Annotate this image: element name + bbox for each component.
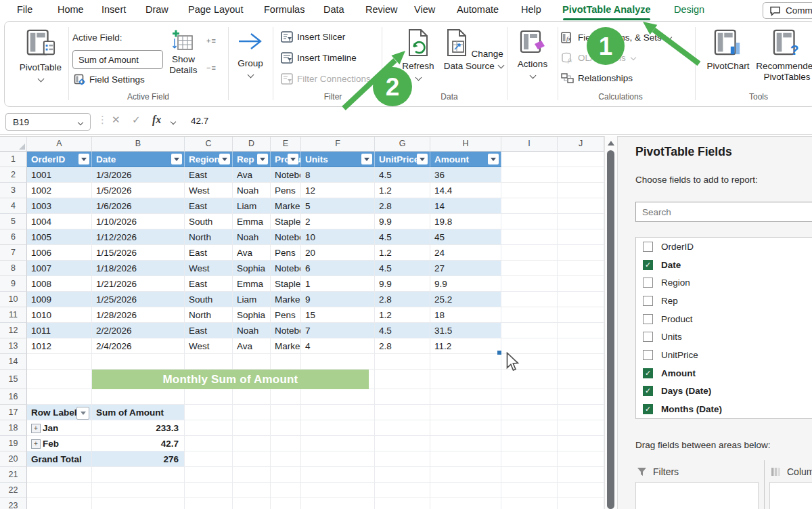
table-cell[interactable]: 2/4/2026 (92, 338, 185, 354)
enter-icon[interactable]: ✓ (132, 114, 141, 126)
table-cell[interactable]: 1004 (27, 214, 92, 229)
checkbox-unchecked-icon[interactable] (643, 332, 653, 342)
filter-dropdown-button[interactable] (288, 154, 298, 164)
cell[interactable] (27, 467, 92, 483)
row-header-23[interactable]: 23 (0, 498, 27, 509)
cell[interactable] (558, 245, 604, 261)
expand-collapse-icon[interactable]: + (31, 424, 41, 433)
table-cell[interactable]: Pens (271, 307, 301, 323)
cell[interactable] (375, 420, 430, 436)
cell[interactable] (558, 276, 604, 292)
table-column-header[interactable]: UnitPrice (375, 152, 430, 167)
table-cell[interactable]: 1/10/2026 (92, 214, 185, 229)
row-header-8[interactable]: 8 (0, 261, 27, 276)
cell[interactable] (375, 483, 430, 498)
table-cell[interactable]: 20 (301, 245, 375, 261)
table-cell[interactable]: 1011 (27, 323, 92, 338)
table-cell[interactable]: 2 (301, 214, 375, 229)
cell[interactable] (375, 405, 430, 420)
table-column-header[interactable]: Amount (430, 152, 501, 167)
checkbox-checked-icon[interactable]: ✓ (643, 368, 653, 378)
cell[interactable] (558, 498, 604, 509)
column-header-e[interactable]: E (271, 137, 301, 152)
row-header-3[interactable]: 3 (0, 183, 27, 198)
checkbox-unchecked-icon[interactable] (643, 242, 653, 252)
cell[interactable] (501, 338, 558, 354)
menu-tab-automate[interactable]: Automate (457, 4, 499, 16)
table-cell[interactable]: West (185, 338, 233, 354)
cell[interactable] (501, 261, 558, 276)
change-data-source-button[interactable]: Change Data Source (443, 28, 505, 72)
menu-tab-formulas[interactable]: Formulas (264, 4, 304, 16)
cell[interactable] (301, 498, 375, 509)
cell[interactable] (430, 498, 501, 509)
row-header-22[interactable]: 22 (0, 483, 27, 498)
pivot-filter-button[interactable] (76, 407, 89, 420)
cell[interactable] (271, 483, 301, 498)
table-cell[interactable]: 1.2 (375, 183, 430, 198)
table-cell[interactable]: Stapler (271, 276, 301, 292)
cell[interactable] (558, 420, 604, 436)
cell[interactable] (233, 436, 271, 451)
cell[interactable] (271, 420, 301, 436)
table-cell[interactable]: Noah (233, 229, 271, 245)
table-cell[interactable]: 1.2 (375, 307, 430, 323)
cell[interactable] (501, 354, 558, 370)
row-header-19[interactable]: 19 (0, 436, 27, 451)
cell[interactable] (501, 389, 558, 405)
cell[interactable] (92, 483, 185, 498)
field-item-orderid[interactable]: OrderID (636, 238, 812, 256)
table-cell[interactable]: Markers (271, 338, 301, 354)
cell[interactable] (430, 370, 501, 389)
table-cell[interactable]: 1012 (27, 338, 92, 354)
table-cell[interactable]: 14 (430, 198, 501, 214)
table-cell[interactable]: 36 (430, 167, 501, 183)
cell[interactable] (501, 436, 558, 451)
table-cell[interactable]: 10 (301, 229, 375, 245)
checkbox-unchecked-icon[interactable] (643, 296, 653, 306)
menu-tab-draw[interactable]: Draw (145, 4, 168, 16)
formula-input[interactable]: 42.7 (191, 116, 208, 126)
comments-button[interactable]: Comments (763, 2, 812, 19)
row-header-1[interactable]: 1 (0, 152, 27, 167)
table-column-header[interactable]: Date (92, 152, 185, 167)
table-cell[interactable]: Notebook (271, 167, 301, 183)
filter-dropdown-button[interactable] (488, 154, 499, 164)
table-cell[interactable]: 9.9 (430, 276, 501, 292)
cell[interactable] (27, 483, 92, 498)
filter-dropdown-button[interactable] (257, 154, 268, 164)
cell[interactable] (233, 405, 271, 420)
cell[interactable] (233, 467, 271, 483)
cell[interactable] (558, 152, 604, 167)
pivot-values-header[interactable]: Sum of Amount (92, 405, 185, 420)
table-cell[interactable]: Ava (233, 167, 271, 183)
cell[interactable] (271, 467, 301, 483)
table-cell[interactable]: 1007 (27, 261, 92, 276)
table-cell[interactable]: 11.2 (430, 338, 501, 354)
cell[interactable] (185, 420, 233, 436)
cell[interactable] (558, 451, 604, 467)
field-item-months-date[interactable]: ✓Months (Date) (636, 400, 812, 418)
table-cell[interactable]: 1003 (27, 198, 92, 214)
table-cell[interactable]: 5 (301, 198, 375, 214)
table-cell[interactable]: 4.5 (375, 261, 430, 276)
field-item-date[interactable]: ✓Date (636, 256, 812, 274)
show-details-button[interactable]: Show Details (164, 30, 202, 76)
cell[interactable] (375, 498, 430, 509)
table-cell[interactable]: 1005 (27, 229, 92, 245)
cell[interactable] (501, 183, 558, 198)
cell[interactable] (301, 389, 375, 405)
row-header-2[interactable]: 2 (0, 167, 27, 183)
cell[interactable] (501, 451, 558, 467)
field-item-unitprice[interactable]: UnitPrice (636, 346, 812, 364)
table-cell[interactable]: 9.9 (375, 276, 430, 292)
fields-items-sets-button[interactable]: fx Fields, Items, & Sets (561, 32, 673, 43)
field-search-input[interactable] (636, 202, 812, 221)
table-cell[interactable]: Sophia (233, 307, 271, 323)
cell[interactable] (92, 354, 185, 370)
cell[interactable] (233, 420, 271, 436)
column-header-j[interactable]: J (558, 137, 604, 152)
column-header-g[interactable]: G (375, 137, 430, 152)
recommended-pivottables-button[interactable]: ? Recommended PivotTables (753, 28, 812, 83)
scroll-up-icon[interactable] (608, 141, 614, 146)
